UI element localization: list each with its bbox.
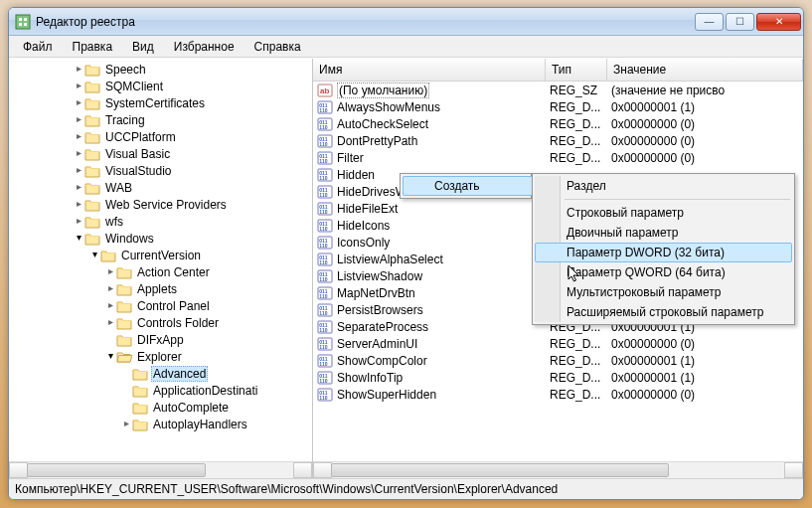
twisty-closed-icon[interactable]: ▸ <box>104 282 116 293</box>
twisty-closed-icon[interactable]: ▸ <box>73 181 84 192</box>
tree-item[interactable]: ▸Web Service Providers <box>9 196 312 213</box>
registry-editor-window: Редактор реестра ― ☐ ✕ Файл Правка Вид И… <box>8 7 804 500</box>
tree-item[interactable]: ▸SQMClient <box>9 78 312 94</box>
minimize-button[interactable]: ― <box>695 13 724 31</box>
statusbar-path: Компьютер\HKEY_CURRENT_USER\Software\Mic… <box>15 482 558 496</box>
value-data: 0x00000001 (1) <box>607 371 803 385</box>
twisty-open-icon[interactable]: ▾ <box>88 249 100 259</box>
value-binary-icon <box>317 116 333 132</box>
tree-item[interactable]: ▸WAB <box>9 179 312 196</box>
tree-horizontal-scrollbar[interactable] <box>9 461 312 478</box>
menu-favorites[interactable]: Избранное <box>164 37 244 57</box>
twisty-closed-icon[interactable]: ▸ <box>73 130 84 141</box>
twisty-open-icon[interactable]: ▾ <box>73 232 84 243</box>
tree-item[interactable]: Advanced <box>9 365 312 382</box>
folder-icon <box>100 249 116 262</box>
value-row[interactable]: AutoCheckSelectREG_D...0x00000000 (0) <box>313 115 803 132</box>
folder-icon <box>116 299 132 313</box>
tree-item[interactable]: ▸Applets <box>9 280 312 297</box>
maximize-button[interactable]: ☐ <box>726 13 754 31</box>
twisty-closed-icon[interactable]: ▸ <box>73 80 84 90</box>
menu-edit[interactable]: Правка <box>63 37 123 57</box>
folder-icon <box>84 130 100 144</box>
value-row[interactable]: AlwaysShowMenusREG_D...0x00000001 (1) <box>313 98 803 115</box>
tree-item[interactable]: ▸Visual Basic <box>9 145 312 162</box>
tree-item[interactable]: ▸AutoplayHandlers <box>9 416 312 432</box>
twisty-closed-icon[interactable]: ▸ <box>104 265 116 276</box>
tree-item[interactable]: ▸SystemCertificates <box>9 94 312 111</box>
menu-separator <box>565 199 790 200</box>
value-type: REG_D... <box>546 371 607 385</box>
value-data: 0x00000000 (0) <box>607 337 803 351</box>
tree-item-label: Tracing <box>103 113 147 127</box>
tree-item-label: AutoplayHandlers <box>151 418 249 431</box>
menu-help[interactable]: Справка <box>244 37 311 57</box>
value-row[interactable]: ShowCompColorREG_D...0x00000001 (1) <box>313 352 803 369</box>
tree-item[interactable]: ▾CurrentVersion <box>9 247 312 263</box>
tree-item[interactable]: AutoComplete <box>9 399 312 416</box>
tree-item[interactable]: ▸Controls Folder <box>9 314 312 331</box>
value-row[interactable]: FilterREG_D...0x00000000 (0) <box>313 149 803 166</box>
tree-item-label: Applets <box>135 282 179 296</box>
submenu-label: Мультистроковый параметр <box>567 285 722 299</box>
tree-item[interactable]: ▸wfs <box>9 213 312 230</box>
context-menu-label: Создать <box>434 179 480 193</box>
value-data: 0x00000000 (0) <box>607 117 803 131</box>
twisty-closed-icon[interactable]: ▸ <box>73 63 84 74</box>
tree-item[interactable]: ▸Control Panel <box>9 297 312 314</box>
tree-item-label: Control Panel <box>135 299 212 313</box>
tree-item[interactable]: ApplicationDestinati <box>9 382 312 399</box>
titlebar[interactable]: Редактор реестра ― ☐ ✕ <box>9 8 803 36</box>
folder-icon <box>84 113 100 127</box>
list-horizontal-scrollbar[interactable] <box>313 461 803 478</box>
submenu-item-string[interactable]: Строковый параметр <box>535 203 792 223</box>
twisty-closed-icon[interactable]: ▸ <box>73 113 84 124</box>
value-row[interactable]: DontPrettyPathREG_D...0x00000000 (0) <box>313 132 803 149</box>
twisty-closed-icon[interactable]: ▸ <box>73 147 84 158</box>
twisty-closed-icon[interactable]: ▸ <box>73 215 84 226</box>
value-row[interactable]: (По умолчанию)REG_SZ(значение не присво <box>313 82 803 98</box>
value-binary-icon <box>317 167 333 183</box>
tree-item[interactable]: ▾Windows <box>9 230 312 247</box>
column-data[interactable]: Значение <box>607 59 803 81</box>
tree-item[interactable]: ▸Tracing <box>9 111 312 128</box>
tree-item-label: VisualStudio <box>103 164 174 178</box>
list-header: Имя Тип Значение <box>313 59 803 82</box>
twisty-closed-icon[interactable]: ▸ <box>120 418 132 428</box>
value-row[interactable]: ShowSuperHiddenREG_D...0x00000000 (0) <box>313 386 803 403</box>
tree-item[interactable]: ▸UCCPlatform <box>9 128 312 145</box>
menu-view[interactable]: Вид <box>122 37 164 57</box>
folder-icon <box>132 367 148 381</box>
tree-item[interactable]: ▸Action Center <box>9 263 312 280</box>
submenu-item-multistring[interactable]: Мультистроковый параметр <box>535 282 792 302</box>
tree-item[interactable]: ▸VisualStudio <box>9 162 312 179</box>
twisty-open-icon[interactable]: ▾ <box>104 350 116 361</box>
value-row[interactable]: ShowInfoTipREG_D...0x00000001 (1) <box>313 369 803 386</box>
twisty-closed-icon[interactable]: ▸ <box>73 198 84 209</box>
value-type: REG_D... <box>546 337 607 351</box>
submenu-item-expandstring[interactable]: Расширяемый строковый параметр <box>535 302 792 322</box>
submenu-item-binary[interactable]: Двоичный параметр <box>535 223 792 243</box>
twisty-closed-icon[interactable]: ▸ <box>73 164 84 175</box>
twisty-closed-icon[interactable]: ▸ <box>73 96 84 107</box>
twisty-closed-icon[interactable]: ▸ <box>104 299 116 310</box>
tree-item[interactable]: ▾Explorer <box>9 348 312 365</box>
folder-icon <box>116 265 132 279</box>
menu-file[interactable]: Файл <box>13 37 63 57</box>
tree-item[interactable]: DIFxApp <box>9 331 312 348</box>
registry-tree[interactable]: ▸Speech▸SQMClient▸SystemCertificates▸Tra… <box>9 59 312 461</box>
tree-item[interactable]: ▸Speech <box>9 61 312 78</box>
submenu-item-qword[interactable]: Параметр QWORD (64 бита) <box>535 262 792 282</box>
submenu-item-key[interactable]: Раздел <box>535 176 792 196</box>
value-row[interactable]: ServerAdminUIREG_D...0x00000000 (0) <box>313 335 803 352</box>
close-button[interactable]: ✕ <box>756 13 801 31</box>
tree-item-label: Advanced <box>151 366 208 382</box>
submenu-item-dword[interactable]: Параметр DWORD (32 бита) <box>535 243 792 262</box>
folder-icon <box>84 215 100 229</box>
column-type[interactable]: Тип <box>546 59 607 81</box>
column-name[interactable]: Имя <box>313 59 546 81</box>
value-binary-icon <box>317 302 333 318</box>
twisty-closed-icon[interactable]: ▸ <box>104 316 116 327</box>
value-data: 0x00000001 (1) <box>607 354 803 368</box>
tree-pane: ▸Speech▸SQMClient▸SystemCertificates▸Tra… <box>9 59 313 478</box>
